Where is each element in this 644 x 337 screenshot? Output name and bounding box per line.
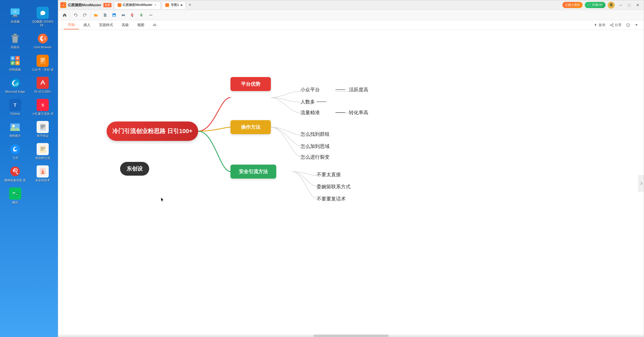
open-folder-button[interactable] xyxy=(92,11,100,19)
desktop-icon-recycle[interactable]: 回收站 xyxy=(3,31,28,50)
tab-add-button[interactable]: + xyxy=(187,2,193,8)
toolbar-divider-1 xyxy=(70,12,70,18)
mindmap-branch-operation[interactable]: 操作方法 xyxy=(230,120,271,134)
desktop-icon-photo[interactable]: 资料图片 xyxy=(3,120,28,139)
cart-icon: 🛒 xyxy=(587,3,591,7)
mindmap-leaf-s2[interactable]: 委婉留联系方式 xyxy=(317,183,351,190)
svg-text:C: C xyxy=(42,38,44,40)
mindmap-root-node[interactable]: 冷门引流创业粉思路 日引100+ xyxy=(107,121,198,141)
print-button[interactable] xyxy=(120,11,127,19)
desktop-icon-feishu[interactable]: 飞书 xyxy=(3,142,28,161)
desktop-icon-sogou[interactable]: 搜狗高速浏览 器 xyxy=(3,164,28,183)
desktop-icon-startup[interactable]: 创业粉引流 xyxy=(30,142,55,161)
mindmap-branch-safety[interactable]: 安全引流方法 xyxy=(230,165,276,179)
user-avatar[interactable]: 东 xyxy=(608,2,615,9)
app-logo: 亿图脑图MindMaster 免费 xyxy=(60,2,111,8)
publish-button[interactable]: 发布 xyxy=(594,23,606,27)
desktop-icon-control-panel[interactable]: 控制面板 xyxy=(3,53,28,73)
desktop-icon-todesk[interactable]: T ToDesk xyxy=(3,98,28,117)
svg-rect-1 xyxy=(13,15,17,16)
svg-point-18 xyxy=(12,57,14,59)
mindmap-branch-platform-text: 平台优势 xyxy=(241,81,260,87)
mindmap-branch-platform[interactable]: 平台优势 xyxy=(230,77,271,91)
mindmap-leaf-o3[interactable]: 怎么进行裂变 xyxy=(300,154,330,160)
desktop-icon-label-edge: Microsoft Edge xyxy=(5,90,25,93)
desktop-icon-ms-edge[interactable]: Microsoft Edge xyxy=(3,75,28,95)
svg-point-45 xyxy=(13,192,14,193)
more-button[interactable] xyxy=(147,11,155,19)
mindmap-leaf-o1[interactable]: 怎么找到群组 xyxy=(300,131,330,137)
desktop-icon-xiaohongshu[interactable]: S 小红薯引流技 术 xyxy=(30,98,55,117)
desktop-icon-label-kuaishou: 快手协议 xyxy=(37,134,49,138)
app-name-label: 亿图脑图MindMaster xyxy=(68,3,101,8)
title-actions: 亿图十周年 🛒 开通VIP 东 xyxy=(562,2,615,9)
desktop-icon-label-recycle: 回收站 xyxy=(11,46,20,49)
svg-point-63 xyxy=(612,26,613,27)
mindmap-leaf-o2[interactable]: 怎么加到思域 xyxy=(300,143,330,150)
minimize-button[interactable]: ─ xyxy=(617,1,624,9)
horizontal-scrollbar[interactable] xyxy=(58,335,644,337)
mindmap-leaf-s1[interactable]: 不要太直接 xyxy=(317,171,341,178)
tab-diagram1[interactable]: 导图1 xyxy=(162,1,186,9)
desktop-icon-hony[interactable]: 抖+日引300+ xyxy=(30,75,55,95)
svg-point-60 xyxy=(152,15,152,15)
svg-point-48 xyxy=(16,194,16,195)
svg-point-59 xyxy=(150,15,151,15)
svg-rect-6 xyxy=(13,34,17,35)
scrollbar-thumb[interactable] xyxy=(313,335,389,337)
svg-point-20 xyxy=(12,62,14,64)
svg-rect-52 xyxy=(113,15,115,16)
redo-button[interactable] xyxy=(81,11,89,19)
menu-more-button[interactable] xyxy=(635,23,638,27)
desktop-icon-wechat[interactable]: 微信 xyxy=(3,186,28,206)
svg-rect-51 xyxy=(113,13,115,15)
menu-item-ai[interactable]: AI xyxy=(149,21,160,29)
desktop-icon-unpublish[interactable]: 未发布技术 xyxy=(30,164,55,183)
mindmap-line-p1: —— xyxy=(335,86,345,92)
mindmap-line-p3: —— xyxy=(335,109,345,115)
help-button[interactable]: ? xyxy=(626,23,630,27)
desktop-icon-cent-browser[interactable]: C Cent Browser xyxy=(30,31,55,50)
save-button[interactable] xyxy=(110,11,118,19)
close-button[interactable]: ✕ xyxy=(634,1,642,9)
window-controls: ─ □ ✕ xyxy=(617,1,642,9)
export-button[interactable] xyxy=(129,11,136,19)
maximize-button[interactable]: □ xyxy=(625,1,633,9)
desktop-icon-this-pc[interactable]: 此电脑 xyxy=(3,5,28,28)
mindmap-leaf-p3-suffix: 转化率高 xyxy=(349,109,368,116)
open-file-button[interactable] xyxy=(101,11,109,19)
mindmap-leaf-p2[interactable]: 人数多 xyxy=(300,99,315,105)
menu-item-view[interactable]: 视图 xyxy=(133,21,149,29)
mindmap-leaf-p3[interactable]: 流量精准 xyxy=(300,109,320,116)
menu-item-insert[interactable]: 插入 xyxy=(79,21,95,29)
menu-item-page-style[interactable]: 页面样式 xyxy=(95,21,117,29)
mindmap-leaf-p1[interactable]: 小众平台 xyxy=(300,86,320,93)
svg-rect-54 xyxy=(122,13,124,15)
vip-button[interactable]: 🛒 开通VIP xyxy=(585,2,606,8)
mindmap-leaf-s3[interactable]: 不要重复话术 xyxy=(317,196,346,202)
tab-mindmaster[interactable]: 亿图脑图MindMaster ✕ xyxy=(114,1,161,9)
watermark: 东创设 xyxy=(120,162,149,176)
menu-item-advanced[interactable]: 高级 xyxy=(117,21,133,29)
share-button[interactable]: 分享 xyxy=(610,23,622,27)
tab-close-1[interactable]: ✕ xyxy=(153,3,157,7)
anniversary-button[interactable]: 亿图十周年 xyxy=(562,2,583,8)
svg-text:T: T xyxy=(14,103,16,107)
undo-button[interactable] xyxy=(72,11,79,19)
desktop-icon-kuaishou[interactable]: 快手协议 xyxy=(30,120,55,139)
mindmap-line-p2: —— xyxy=(317,99,326,104)
menu-right-actions: 发布 分享 ? xyxy=(594,23,638,27)
desktop-icon-qq[interactable]: QQ截图 20240318... xyxy=(30,5,55,28)
home-button[interactable] xyxy=(61,11,68,19)
right-panel-toggle[interactable] xyxy=(638,175,644,192)
import-button[interactable] xyxy=(138,11,145,19)
desktop-icon-wechat-account[interactable]: 公众号：东创 设 xyxy=(30,53,55,73)
desktop-icon-label-unpublish: 未发布技术 xyxy=(35,179,50,182)
tab-unsaved-dot xyxy=(181,4,182,6)
svg-rect-55 xyxy=(122,16,124,17)
canvas[interactable]: 冷门引流创业粉思路 日引100+ 平台优势 小众平台 —— 活跃度高 人数多 —… xyxy=(58,30,644,337)
menu-item-start[interactable]: 开始 xyxy=(64,21,79,29)
tab-bar: 亿图脑图MindMaster ✕ 导图1 + xyxy=(114,1,562,9)
svg-point-21 xyxy=(16,62,19,64)
svg-point-3 xyxy=(14,10,16,13)
